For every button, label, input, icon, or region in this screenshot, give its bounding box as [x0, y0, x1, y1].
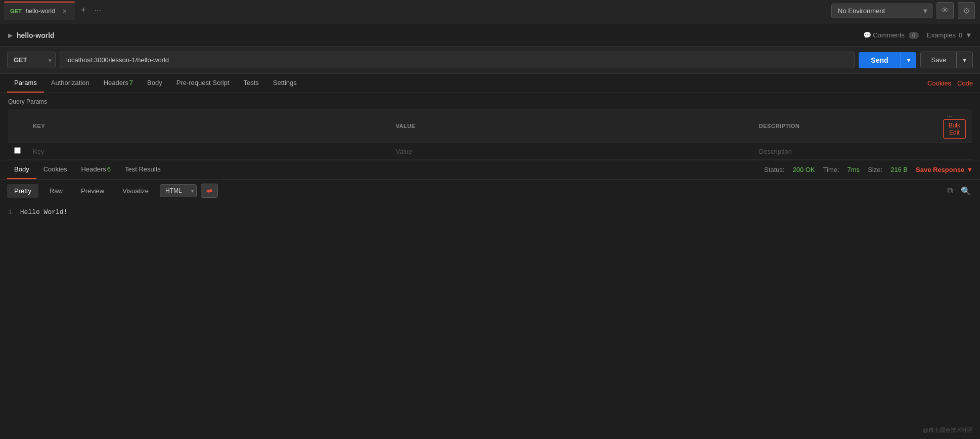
save-response-button[interactable]: Save Response ▼ [916, 166, 973, 173]
params-row-checkbox[interactable] [14, 147, 21, 154]
resp-tab-test-results[interactable]: Test Results [118, 160, 168, 179]
response-status-bar: Status: 200 OK Time: 7ms Size: 216 B Sav… [764, 166, 973, 173]
params-row-description-cell[interactable] [753, 143, 937, 160]
line-number: 1 [8, 208, 12, 216]
eye-icon: 👁 [941, 6, 949, 15]
request-name-label: hello-world [17, 31, 55, 39]
format-bar: Pretty Raw Preview Visualize HTML JSON X… [0, 180, 980, 202]
request-name-section: ▶ hello-world [8, 31, 55, 39]
tab-body[interactable]: Body [140, 74, 169, 93]
send-button[interactable]: Send [859, 52, 900, 68]
params-actions-header: ··· Bulk Edit [937, 109, 972, 143]
params-value-header: VALUE [389, 109, 752, 143]
save-response-chevron-icon: ▼ [966, 166, 973, 173]
params-row-key-cell[interactable] [27, 143, 389, 160]
size-label: Size: [868, 166, 882, 173]
http-method-select[interactable]: GET POST PUT DELETE PATCH [7, 52, 56, 68]
request-tab[interactable]: GET hello-world × [4, 2, 75, 20]
url-input[interactable]: localhost:3000/lesson-1/hello-world [60, 52, 855, 68]
time-label: Time: [823, 166, 839, 173]
environment-select[interactable]: No Environment [831, 4, 932, 18]
status-value: 200 OK [792, 166, 815, 173]
params-description-header: DESCRIPTION [753, 109, 937, 143]
status-label: Status: [764, 166, 784, 173]
resp-tab-cookies[interactable]: Cookies [36, 160, 74, 179]
resp-tab-body[interactable]: Body [7, 160, 36, 179]
request-tabs-bar: Params Authorization Headers7 Body Pre-r… [0, 74, 980, 93]
response-body: 1Hello World! [0, 202, 980, 222]
send-dropdown-button[interactable]: ▼ [901, 52, 917, 68]
time-value: 7ms [848, 166, 860, 173]
resp-tab-headers[interactable]: Headers6 [74, 160, 118, 179]
size-value: 216 B [890, 166, 908, 173]
fmt-tab-visualize[interactable]: Visualize [115, 184, 156, 198]
examples-chevron-icon: ▼ [965, 31, 972, 39]
examples-label: Examples [927, 31, 956, 39]
req-tabs-right: Cookies Code [927, 79, 973, 87]
params-row-actions-cell [937, 143, 972, 160]
copy-button[interactable]: ⧉ [945, 184, 955, 198]
query-params-section: Query Params KEY VALUE DESCRIPTION ··· B… [0, 93, 980, 160]
method-select-wrapper: GET POST PUT DELETE PATCH ▾ [7, 52, 56, 68]
search-icon: 🔍 [961, 187, 971, 195]
tab-method-badge: GET [10, 8, 22, 14]
fmt-tab-preview[interactable]: Preview [74, 184, 111, 198]
format-type-select[interactable]: HTML JSON XML Text [160, 184, 197, 197]
settings-button[interactable]: ⚙ [958, 2, 975, 19]
gear-icon: ⚙ [963, 6, 970, 16]
new-tab-button[interactable]: + [77, 3, 91, 18]
fmt-tab-raw[interactable]: Raw [42, 184, 70, 198]
params-description-input[interactable] [759, 148, 931, 155]
request-header: ▶ hello-world 💬 Comments 0 Examples 0 ▼ [0, 24, 980, 47]
response-tabs-bar: Body Cookies Headers6 Test Results Statu… [0, 160, 980, 180]
bulk-edit-button[interactable]: Bulk Edit [943, 119, 966, 139]
word-wrap-button[interactable]: ⇌ [201, 184, 218, 198]
save-button-group: Save ▼ [920, 52, 973, 68]
comments-label: Comments [873, 31, 905, 39]
fmt-tab-pretty[interactable]: Pretty [7, 184, 38, 198]
params-table-header: KEY VALUE DESCRIPTION ··· Bulk Edit [8, 109, 972, 143]
format-type-select-wrapper: HTML JSON XML Text ▾ [160, 184, 197, 197]
save-button[interactable]: Save [921, 52, 956, 68]
params-row-checkbox-cell [8, 143, 27, 160]
comments-count-badge: 0 [909, 32, 919, 39]
response-content: Hello World! [20, 208, 68, 216]
params-table: KEY VALUE DESCRIPTION ··· Bulk Edit [8, 109, 972, 160]
environment-select-wrapper: No Environment ▼ [831, 4, 932, 18]
tab-pre-request-script[interactable]: Pre-request Script [169, 74, 237, 93]
tab-authorization[interactable]: Authorization [44, 74, 97, 93]
response-section: Body Cookies Headers6 Test Results Statu… [0, 160, 980, 222]
tab-close-button[interactable]: × [61, 6, 69, 16]
tab-more-button[interactable]: ··· [91, 4, 105, 17]
params-empty-row [8, 143, 972, 160]
watermark: @稀土掘金技术社区 [923, 426, 973, 434]
search-button[interactable]: 🔍 [959, 184, 973, 198]
chat-icon: 💬 [863, 31, 871, 39]
header-right-section: 💬 Comments 0 Examples 0 ▼ [863, 31, 972, 39]
examples-button[interactable]: Examples 0 ▼ [927, 31, 972, 39]
save-dropdown-button[interactable]: ▼ [956, 52, 972, 68]
format-bar-right: ⧉ 🔍 [945, 184, 973, 198]
params-value-input[interactable] [395, 148, 746, 155]
copy-icon: ⧉ [947, 186, 953, 195]
params-key-header: KEY [27, 109, 389, 143]
eye-button[interactable]: 👁 [937, 2, 954, 19]
wrap-icon: ⇌ [206, 187, 212, 195]
expand-arrow-icon[interactable]: ▶ [8, 32, 13, 39]
tab-headers[interactable]: Headers7 [97, 74, 140, 93]
send-button-group: Send ▼ [859, 52, 916, 68]
params-row-value-cell[interactable] [389, 143, 752, 160]
tab-title: hello-world [26, 8, 58, 15]
top-bar: GET hello-world × + ··· No Environment ▼… [0, 0, 980, 24]
cookies-link[interactable]: Cookies [927, 79, 951, 87]
params-checkbox-col [8, 109, 27, 143]
code-link[interactable]: Code [957, 79, 973, 87]
params-key-input[interactable] [33, 148, 383, 155]
tab-params[interactable]: Params [7, 74, 44, 93]
examples-count: 0 [959, 31, 962, 39]
comments-section[interactable]: 💬 Comments 0 [863, 31, 919, 39]
environment-bar: No Environment ▼ 👁 ⚙ [831, 2, 975, 19]
url-bar: GET POST PUT DELETE PATCH ▾ localhost:30… [0, 47, 980, 74]
tab-settings[interactable]: Settings [266, 74, 304, 93]
tab-tests[interactable]: Tests [236, 74, 265, 93]
